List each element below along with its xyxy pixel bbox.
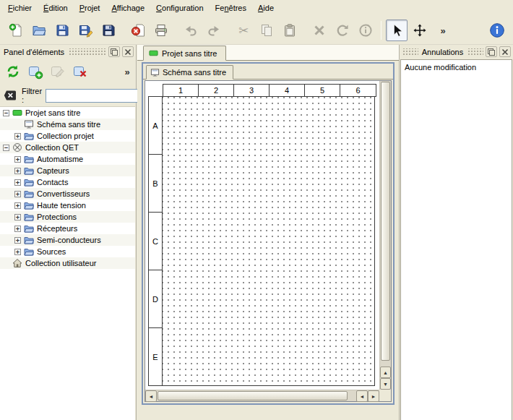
close-button[interactable] xyxy=(122,46,134,57)
scroll-up-button[interactable]: ▲ xyxy=(380,367,391,378)
edit-element-button[interactable] xyxy=(48,61,68,82)
tree-expander-plus[interactable]: + xyxy=(14,179,21,186)
horizontal-scrollbar[interactable]: ◄ ◄ ► xyxy=(145,390,379,401)
tree-item[interactable]: +Haute tension xyxy=(0,200,135,211)
rotate-button[interactable] xyxy=(332,20,353,41)
vertical-scroll-thumb[interactable] xyxy=(381,82,390,361)
undo-root-item[interactable]: Aucune modification xyxy=(401,60,512,74)
close-file-button[interactable] xyxy=(127,20,149,41)
tree-item[interactable]: +Convertisseurs xyxy=(0,188,135,200)
tree-item-label: Semi-conducteurs xyxy=(37,236,101,244)
undo-dock: Annulations Aucune modification xyxy=(399,45,513,420)
tree-item[interactable]: +Récepteurs xyxy=(0,223,135,234)
paste-button[interactable] xyxy=(279,20,301,41)
tree-expander-minus[interactable]: − xyxy=(3,145,9,151)
tree-item[interactable]: +Collection projet xyxy=(0,130,135,142)
tree-item-label: Contacts xyxy=(37,178,68,187)
tree-item[interactable]: −Collection QET xyxy=(0,142,135,153)
new-file-button[interactable] xyxy=(5,20,27,41)
tree-item[interactable]: Collection utilisateur xyxy=(0,257,135,269)
scroll-right-button[interactable]: ► xyxy=(368,390,379,402)
select-mode-button[interactable] xyxy=(386,20,408,41)
diagram-info-button[interactable] xyxy=(355,20,376,41)
tab-project[interactable]: Projet sans titre xyxy=(143,46,226,61)
tree-item[interactable]: +Automatisme xyxy=(0,153,135,165)
save-button[interactable] xyxy=(51,20,73,41)
save-all-icon xyxy=(101,23,116,38)
mdi-area: Schéma sans titre 123456 ABCDE ▲ ▼ ◄ ◄ ► xyxy=(137,61,399,420)
tab-diagram[interactable]: Schéma sans titre xyxy=(146,65,233,80)
project-icon xyxy=(12,108,22,118)
tree-expander-plus[interactable]: + xyxy=(14,214,21,220)
horizontal-scroll-thumb[interactable] xyxy=(158,391,348,400)
menu-item-fenetres[interactable]: Fenêtres xyxy=(210,1,252,15)
copy-icon xyxy=(259,23,274,38)
float-button[interactable] xyxy=(486,46,497,57)
about-qet-button[interactable] xyxy=(486,20,508,41)
tree-item[interactable]: +Sources xyxy=(0,246,135,257)
tree-expander-plus[interactable]: + xyxy=(14,156,21,163)
elements-panel-titlebar[interactable]: Panel d'éléments xyxy=(0,45,136,59)
tree-item-label: Haute tension xyxy=(37,201,86,210)
tree-item[interactable]: Schéma sans titre xyxy=(0,119,135,130)
delete-element-button[interactable] xyxy=(70,61,90,82)
tree-expander-plus[interactable]: + xyxy=(14,202,21,209)
menu-item-aide[interactable]: Aide xyxy=(252,1,280,15)
scroll-down-button[interactable]: ▼ xyxy=(380,378,391,390)
folder-icon xyxy=(24,235,34,245)
tree-item[interactable]: +Capteurs xyxy=(0,165,135,176)
tree-expander-plus[interactable]: + xyxy=(14,191,21,197)
tree-item[interactable]: −Projet sans titre xyxy=(0,107,135,119)
print-button[interactable] xyxy=(150,20,172,41)
tree-item-label: Schéma sans titre xyxy=(37,120,100,129)
vertical-scrollbar[interactable]: ▲ ▼ xyxy=(379,81,391,390)
diagram-grid[interactable] xyxy=(162,96,375,386)
move-icon xyxy=(413,23,427,38)
menu-item-projet[interactable]: Projet xyxy=(74,1,106,15)
tree-expander-plus[interactable]: + xyxy=(14,237,21,244)
toolbar-extension-button[interactable]: » xyxy=(432,20,454,41)
scroll-left-button[interactable]: ◄ xyxy=(145,390,157,402)
scrollbar-corner xyxy=(379,390,391,401)
undo-dock-titlebar[interactable]: Annulations xyxy=(400,45,513,59)
save-as-button[interactable] xyxy=(74,20,96,41)
reload-collections-button[interactable] xyxy=(3,61,23,82)
undo-button[interactable] xyxy=(180,20,202,41)
row-label: D xyxy=(149,270,162,328)
column-label: 1 xyxy=(163,85,199,96)
tree-item-label: Collection utilisateur xyxy=(25,259,96,267)
up-arrow-icon: ▲ xyxy=(383,370,388,375)
tree-item[interactable]: +Protections xyxy=(0,211,135,223)
panel-extension-button[interactable]: » xyxy=(121,61,133,82)
tree-item[interactable]: +Semi-conducteurs xyxy=(0,234,135,246)
redo-button[interactable] xyxy=(203,20,225,41)
menu-item-affichage[interactable]: Affichage xyxy=(105,1,150,15)
clear-filter-button[interactable] xyxy=(4,88,18,103)
tree-expander-plus[interactable]: + xyxy=(14,226,21,232)
new-element-button[interactable] xyxy=(25,61,46,82)
undo-dock-title: Annulations xyxy=(421,48,465,56)
scroll-left-button-2[interactable]: ◄ xyxy=(356,390,368,402)
diagram-view[interactable]: 123456 ABCDE ▲ ▼ ◄ ◄ ► xyxy=(145,80,392,402)
tree-item[interactable]: +Contacts xyxy=(0,176,135,188)
row-label: B xyxy=(149,155,162,213)
tree-expander-plus[interactable]: + xyxy=(14,168,21,174)
open-file-button[interactable] xyxy=(28,20,50,41)
copy-button[interactable] xyxy=(256,20,277,41)
tree-expander-plus[interactable]: + xyxy=(14,249,21,255)
tree-expander-plus[interactable]: + xyxy=(14,133,21,140)
delete-icon xyxy=(312,23,327,38)
pan-mode-button[interactable] xyxy=(409,20,431,41)
delete-button[interactable] xyxy=(309,20,330,41)
close-button[interactable] xyxy=(499,46,511,57)
menu-item-edition[interactable]: Édition xyxy=(38,1,74,15)
paste-icon xyxy=(283,23,297,38)
menu-item-fichier[interactable]: Fichier xyxy=(2,1,38,15)
float-button[interactable] xyxy=(108,46,120,57)
tree-expander-minus[interactable]: − xyxy=(3,110,9,116)
folder-icon xyxy=(24,200,34,210)
cut-button[interactable]: ✂ xyxy=(233,20,254,41)
save-all-button[interactable] xyxy=(98,20,119,41)
menu-item-configuration[interactable]: Configuration xyxy=(150,1,209,15)
folder-icon xyxy=(24,212,34,222)
